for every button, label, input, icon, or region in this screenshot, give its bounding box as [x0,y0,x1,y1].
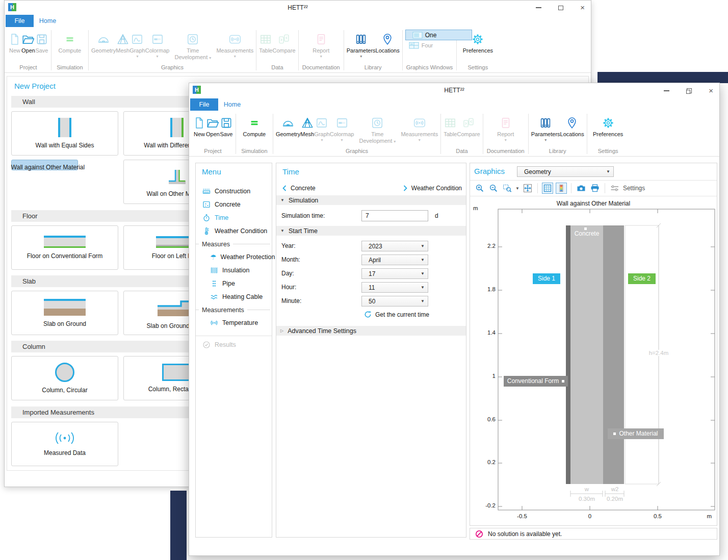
pipe-dots-icon [210,279,218,288]
titlebar: H HETT²² × [189,83,719,98]
measured-data-icon [53,431,77,445]
close-button[interactable]: × [580,5,585,11]
check-circle-icon [202,341,211,349]
section-advanced-time-settings[interactable]: ▷Advanced Time Settings [276,326,466,336]
mesh-icon [116,31,129,47]
print-icon[interactable] [589,183,601,194]
menu-group-measures: Measures [196,238,272,250]
tab-file[interactable]: File [6,15,34,27]
menu-item-insulation[interactable]: Insulation [196,264,272,277]
front-window: H HETT²² × File Home New Open Save Proje… [189,83,720,556]
one-window-icon [412,32,423,39]
restore-button[interactable] [686,88,692,94]
one-window-button[interactable]: One [405,30,472,40]
tab-home[interactable]: Home [218,98,246,111]
zoom-out-icon[interactable] [488,183,499,194]
menu-item-pipe[interactable]: Pipe [196,277,272,290]
mesh-button[interactable]: Mesh [300,112,314,138]
open-button[interactable]: Open [21,28,35,54]
chevron-down-icon: ▼ [421,244,425,248]
colorbar-toggle-icon[interactable] [556,183,567,194]
four-windows-button[interactable]: Four [405,40,437,50]
menu-item-construction[interactable]: Construction [196,185,272,198]
save-button[interactable]: Save [220,112,233,138]
thermometer-icon [202,227,211,235]
menu-item-heating-cable[interactable]: Heating Cable [196,290,272,303]
card-wall-against-other-material[interactable]: Wall against Other Material [11,160,78,170]
tab-home[interactable]: Home [34,15,62,27]
day-select[interactable]: 17▼ [361,268,428,279]
chevron-down-icon: ▼ [421,258,425,262]
plot-settings-icon[interactable] [609,183,620,194]
time-development-button: TimeDevelopment ▾ [169,28,216,61]
w-dimension-label: w [571,486,603,492]
chevron-down-icon: ▼ [421,271,425,276]
get-current-time-button[interactable]: Get the current time [364,311,429,318]
save-icon [35,31,48,47]
menu-panel: Menu Construction Concrete Time Weather … [195,163,272,538]
new-document-icon [8,31,21,47]
concrete-label: Concrete [570,228,603,239]
y-tick: 1.4 [477,329,496,336]
grid-toggle-icon[interactable] [542,183,553,194]
maximize-button[interactable] [558,6,563,10]
chevron-down-icon: ▼ [421,285,425,290]
nav-back-concrete[interactable]: Concrete [282,185,316,192]
tab-file[interactable]: File [190,98,218,111]
chevron-down-icon: ▼ [606,169,610,174]
marker-icon [613,432,616,435]
card-measured-data[interactable]: Measured Data [11,422,118,466]
parameters-button[interactable]: Parameters▾ [531,112,560,142]
wall-on-other-icon [165,166,189,186]
chevron-down-icon: ▼ [421,299,425,303]
card-floor-conventional-form[interactable]: Floor on Conventional Form [11,225,118,270]
graphics-view-select[interactable]: Geometry▼ [517,166,614,177]
menu-item-weather-condition[interactable]: Weather Condition [196,224,272,238]
close-button[interactable]: × [709,88,713,94]
nav-forward-weather-condition[interactable]: Weather Condition [403,185,462,192]
compare-button: Compare [272,28,295,54]
binders-icon [539,115,552,131]
table-grid-icon [444,115,457,131]
geometry-button: Geometry [91,28,116,54]
geometry-button[interactable]: Geometry [276,112,300,138]
snapshot-camera-icon[interactable] [576,183,587,194]
insulation-icon [210,266,218,274]
year-select[interactable]: 2023▼ [361,241,428,251]
open-button[interactable]: Open [206,112,220,138]
zoom-extents-icon[interactable] [522,183,533,194]
minimize-button[interactable] [536,7,541,8]
section-simulation[interactable]: ▼Simulation [276,195,466,205]
preferences-button[interactable]: Preferences [590,112,627,138]
clock-icon [371,115,384,131]
month-select[interactable]: April▼ [361,254,428,265]
zoom-menu-caret-icon[interactable]: ▼ [515,186,519,191]
new-document-icon [193,115,206,131]
new-button[interactable]: New [193,112,206,138]
year-label: Year: [281,242,296,249]
hour-select[interactable]: 11▼ [361,282,428,293]
x-tick: -0.5 [507,513,537,519]
parameters-button[interactable]: Parameters▾ [347,28,376,59]
locations-button[interactable]: Locations [376,28,400,54]
card-slab-on-ground[interactable]: Slab on Ground [11,291,118,335]
slab-ground-icon [44,299,86,316]
geometry-plot[interactable]: Wall against Other Material m [471,197,716,525]
compute-button[interactable]: Compute [239,112,270,138]
minimize-button[interactable] [664,90,669,91]
menu-item-concrete[interactable]: Concrete [196,198,272,211]
zoom-in-icon[interactable] [474,183,485,194]
menu-item-weather-protection[interactable]: ☂Weather Protection [196,250,272,264]
locations-button[interactable]: Locations [560,112,584,138]
card-column-circular[interactable]: Column, Circular [11,356,118,400]
zoom-box-icon[interactable] [502,183,513,194]
compute-icon [63,31,76,47]
menu-item-time[interactable]: Time [196,211,272,224]
menu-item-temperature[interactable]: Temperature [196,316,272,329]
card-wall-equal-sides[interactable]: Wall with Equal Sides [11,111,118,156]
section-start-time[interactable]: ▼Start Time [276,226,466,236]
minute-select[interactable]: 50▼ [361,296,428,307]
titlebar: H HETT²² × [5,1,591,15]
simulation-time-input[interactable] [361,210,428,221]
chevron-right-icon [403,185,407,191]
